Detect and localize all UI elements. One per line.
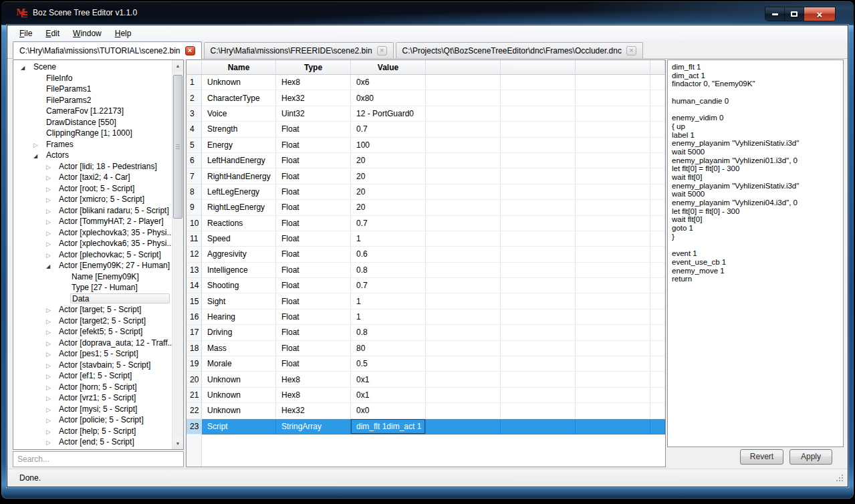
expander-icon[interactable] — [46, 251, 57, 259]
expander-icon[interactable] — [46, 317, 57, 325]
revert-button[interactable]: Revert — [740, 449, 783, 465]
cell-name[interactable]: RightHandEnergy — [202, 168, 276, 184]
cell-empty[interactable] — [576, 247, 650, 262]
tab[interactable]: C:\Hry\Mafia\missions\TUTORIAL\scene2.bi… — [13, 41, 202, 59]
cell-empty[interactable] — [650, 263, 665, 278]
cell-empty[interactable] — [501, 184, 576, 200]
cell-name[interactable]: Strength — [202, 122, 276, 137]
expander-icon[interactable] — [46, 383, 57, 391]
cell-name[interactable]: Unknown — [202, 372, 276, 387]
cell-empty[interactable] — [650, 106, 665, 122]
table-row[interactable]: 13 Intelligence Float 0.8 — [187, 263, 665, 278]
cell-empty[interactable] — [501, 106, 576, 122]
search-input[interactable] — [13, 451, 184, 467]
tree-scrollbar[interactable]: ▲ ▼ — [172, 60, 183, 449]
expander-icon[interactable] — [46, 217, 57, 225]
expander-icon[interactable] — [46, 184, 57, 193]
cell-empty[interactable] — [650, 309, 665, 325]
expander-icon[interactable] — [46, 438, 57, 446]
tree-item[interactable]: Actor [xplechovka6; 35 - Physi... — [13, 238, 172, 249]
cell-type[interactable]: Uint32 — [276, 106, 351, 122]
cell-type[interactable]: Float — [276, 231, 351, 247]
cell-empty[interactable] — [501, 200, 576, 215]
row-number[interactable]: 13 — [187, 263, 202, 278]
expander-icon[interactable] — [46, 328, 57, 336]
row-number[interactable]: 1 — [187, 75, 202, 90]
cell-empty[interactable] — [576, 293, 650, 309]
tab-close-icon[interactable]: × — [377, 46, 387, 55]
cell-empty[interactable] — [650, 122, 665, 137]
row-number[interactable]: 5 — [187, 138, 202, 153]
cell-empty[interactable] — [576, 122, 650, 137]
cell-empty[interactable] — [426, 153, 501, 168]
cell-empty[interactable] — [650, 153, 665, 168]
cell-empty[interactable] — [576, 341, 650, 356]
expander-icon[interactable] — [46, 207, 57, 215]
cell-empty[interactable] — [426, 75, 501, 90]
table-row[interactable]: 11 Speed Float 1 — [187, 231, 665, 247]
tree-item[interactable]: Actors — [13, 150, 172, 161]
row-number[interactable]: 22 — [187, 403, 202, 418]
cell-name[interactable]: LeftHandEnergy — [202, 153, 276, 168]
tree-item[interactable]: FileParams1 — [13, 84, 172, 95]
scroll-up-icon[interactable]: ▲ — [172, 60, 183, 72]
cell-type[interactable]: Float — [276, 263, 351, 278]
cell-empty[interactable] — [650, 75, 665, 90]
table-row[interactable]: 22 Unknown Hex32 0x0 — [187, 403, 665, 418]
cell-value[interactable]: 20 — [351, 200, 426, 215]
table-row[interactable]: 5 Energy Float 100 — [187, 138, 665, 153]
script-editor[interactable]: dim_flt 1 dim_act 1 findactor 0, "Enemy0… — [667, 59, 844, 447]
cell-type[interactable]: Float — [276, 138, 351, 153]
cell-name[interactable]: Speed — [202, 231, 276, 247]
expander-icon[interactable] — [46, 339, 57, 347]
cell-type[interactable]: Float — [276, 293, 351, 309]
cell-empty[interactable] — [650, 168, 665, 184]
cell-empty[interactable] — [576, 75, 650, 90]
cell-type[interactable]: Float — [276, 153, 351, 168]
row-number[interactable]: 19 — [187, 356, 202, 372]
cell-type[interactable]: StringArray — [276, 419, 351, 434]
row-number[interactable]: 6 — [187, 153, 202, 168]
header-empty[interactable] — [650, 60, 665, 75]
cell-name[interactable]: Mass — [202, 341, 276, 356]
cell-name[interactable]: Sight — [202, 293, 276, 309]
row-number[interactable]: 16 — [187, 309, 202, 325]
table-row[interactable]: 3 Voice Uint32 12 - PortGuard0 — [187, 106, 665, 122]
cell-name[interactable]: Shooting — [202, 278, 276, 293]
cell-empty[interactable] — [576, 231, 650, 247]
cell-empty[interactable] — [576, 419, 650, 434]
cell-empty[interactable] — [426, 263, 501, 278]
table-row[interactable]: 23 Script StringArray dim_flt 1dim_act 1 — [187, 419, 665, 434]
tree-item[interactable]: Frames — [13, 139, 172, 150]
cell-empty[interactable] — [426, 388, 501, 403]
cell-empty[interactable] — [576, 184, 650, 200]
expander-icon[interactable] — [46, 405, 57, 413]
expander-icon[interactable] — [33, 151, 45, 159]
row-number[interactable]: 20 — [187, 372, 202, 387]
tree-item[interactable]: Actor [lidi; 18 - Pedestrians] — [13, 161, 172, 172]
cell-empty[interactable] — [650, 419, 665, 434]
cell-name[interactable]: Script — [202, 419, 276, 434]
cell-empty[interactable] — [501, 153, 576, 168]
cell-empty[interactable] — [426, 168, 501, 184]
cell-name[interactable]: Energy — [202, 138, 276, 153]
cell-empty[interactable] — [501, 263, 576, 278]
scrollbar-thumb[interactable] — [173, 75, 182, 219]
cell-type[interactable]: Float — [276, 122, 351, 137]
cell-value[interactable]: 0x0 — [351, 403, 426, 418]
cell-value[interactable]: 0.8 — [351, 325, 426, 340]
cell-type[interactable]: Float — [276, 200, 351, 215]
row-number[interactable]: 4 — [187, 122, 202, 137]
table-row[interactable]: 12 Aggresivity Float 0.6 — [187, 247, 665, 262]
cell-name[interactable]: RightLegEnergy — [202, 200, 276, 215]
tree-item[interactable]: Data — [13, 293, 172, 305]
cell-empty[interactable] — [501, 122, 576, 137]
tree-item[interactable]: Actor [target; 5 - Script] — [13, 304, 172, 316]
cell-value[interactable]: 80 — [351, 341, 426, 356]
cell-empty[interactable] — [426, 278, 501, 293]
cell-empty[interactable] — [650, 403, 665, 418]
cell-type[interactable]: Float — [276, 309, 351, 325]
cell-empty[interactable] — [501, 216, 576, 231]
expander-icon[interactable] — [33, 140, 45, 148]
cell-empty[interactable] — [576, 153, 650, 168]
